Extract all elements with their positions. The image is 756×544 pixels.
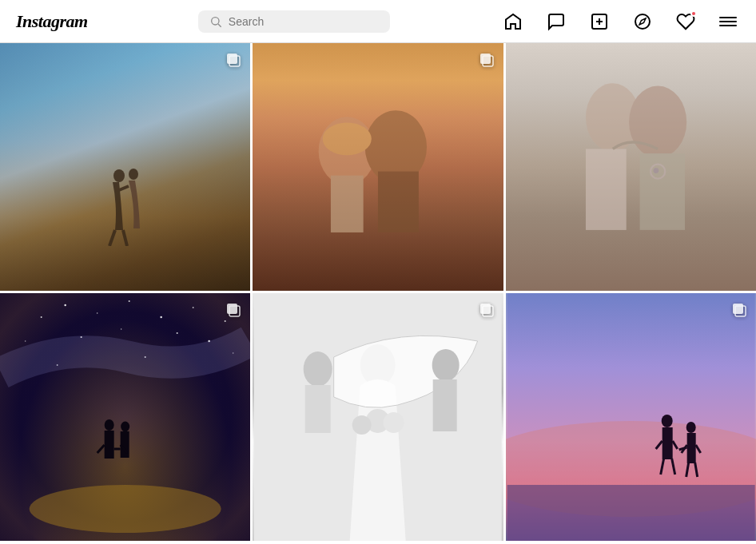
svg-rect-19 [480, 54, 491, 64]
svg-rect-47 [121, 431, 129, 458]
search-bar[interactable] [198, 10, 390, 33]
multiple-posts-icon [478, 51, 495, 69]
svg-point-54 [304, 351, 332, 387]
svg-point-33 [225, 320, 226, 322]
svg-rect-57 [433, 379, 457, 431]
svg-rect-16 [331, 175, 364, 232]
hamburger-icon [719, 17, 737, 26]
instagram-logo[interactable]: Instagram [16, 11, 88, 32]
notifications-button[interactable] [673, 9, 698, 34]
svg-marker-6 [639, 18, 646, 25]
svg-point-22 [629, 86, 686, 158]
svg-point-72 [686, 422, 695, 433]
svg-point-26 [654, 168, 659, 173]
svg-point-0 [211, 17, 218, 24]
svg-line-45 [97, 445, 105, 453]
svg-point-34 [25, 340, 26, 342]
svg-point-18 [323, 122, 372, 155]
svg-rect-65 [507, 485, 754, 541]
svg-point-42 [30, 485, 221, 533]
svg-point-28 [64, 304, 66, 306]
svg-point-30 [129, 300, 130, 302]
add-icon [590, 12, 609, 31]
couple-figure [95, 166, 151, 246]
svg-point-56 [432, 349, 460, 381]
svg-rect-67 [662, 427, 672, 459]
home-button[interactable] [500, 9, 526, 34]
nav-icon-group [500, 9, 740, 34]
svg-rect-50 [227, 304, 237, 314]
svg-rect-23 [586, 149, 627, 229]
embrace-figure [531, 68, 731, 266]
new-post-button[interactable] [587, 9, 612, 34]
svg-point-37 [177, 332, 178, 334]
explore-button[interactable] [630, 9, 655, 34]
post-item[interactable] [253, 43, 503, 291]
home-icon [503, 12, 523, 31]
svg-rect-73 [686, 433, 695, 463]
messenger-button[interactable] [543, 9, 569, 34]
svg-point-46 [121, 422, 129, 432]
svg-rect-44 [105, 431, 114, 459]
wedding-scene [253, 293, 503, 541]
multiple-posts-icon [478, 301, 495, 319]
multiple-posts-icon [225, 51, 242, 69]
multiple-posts-icon [225, 301, 242, 319]
svg-point-59 [352, 415, 372, 435]
svg-point-5 [635, 14, 650, 29]
svg-point-27 [41, 316, 42, 318]
portrait-figure [290, 81, 453, 254]
svg-point-43 [105, 419, 114, 431]
svg-point-32 [193, 307, 194, 308]
svg-rect-79 [733, 304, 743, 314]
post-item[interactable] [0, 43, 250, 291]
explore-icon [633, 12, 652, 31]
svg-rect-55 [305, 385, 331, 433]
svg-point-31 [160, 316, 161, 318]
search-icon [209, 15, 222, 28]
svg-point-8 [129, 169, 138, 180]
svg-point-66 [661, 415, 672, 427]
svg-point-60 [384, 412, 404, 433]
post-item[interactable] [0, 293, 250, 541]
search-input[interactable] [229, 15, 379, 28]
post-item[interactable] [506, 293, 756, 541]
posts-grid [0, 43, 756, 541]
notification-dot [690, 10, 697, 17]
sunset-scene [506, 293, 756, 541]
svg-point-29 [97, 312, 98, 314]
svg-line-9 [119, 186, 129, 190]
multiple-posts-icon [730, 301, 748, 319]
navbar: Instagram [0, 0, 756, 43]
svg-point-7 [113, 169, 125, 182]
svg-rect-17 [378, 171, 419, 232]
more-options-button[interactable] [716, 14, 740, 30]
messenger-icon [547, 12, 566, 31]
svg-rect-61 [480, 304, 491, 314]
svg-point-36 [121, 328, 121, 329]
svg-line-11 [123, 230, 127, 246]
post-item[interactable] [506, 43, 756, 291]
post-item[interactable] [253, 293, 503, 541]
starry-sky [0, 293, 250, 541]
svg-line-10 [109, 230, 115, 246]
svg-rect-12 [227, 54, 237, 64]
svg-line-1 [218, 24, 221, 27]
